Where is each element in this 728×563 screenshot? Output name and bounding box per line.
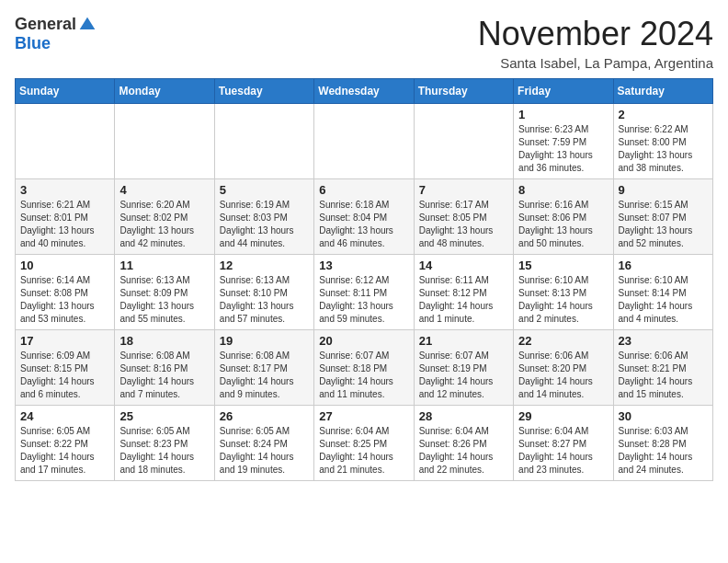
day-number: 22 [518, 334, 608, 348]
logo: General Blue [15, 15, 97, 53]
logo-general-text: General [15, 15, 76, 34]
logo-blue-text: Blue [15, 34, 51, 52]
calendar-cell: 19Sunrise: 6:08 AM Sunset: 8:17 PM Dayli… [214, 330, 313, 406]
day-number: 9 [619, 183, 708, 197]
day-number: 25 [119, 409, 209, 423]
day-number: 11 [119, 259, 209, 272]
calendar-header-saturday: Saturday [613, 79, 712, 104]
day-number: 29 [518, 409, 608, 423]
day-number: 6 [319, 183, 408, 197]
calendar-week-row: 10Sunrise: 6:14 AM Sunset: 8:08 PM Dayli… [16, 255, 713, 330]
day-info: Sunrise: 6:07 AM Sunset: 8:19 PM Dayligh… [419, 350, 508, 401]
day-number: 28 [419, 409, 508, 423]
calendar-cell [115, 104, 214, 179]
day-info: Sunrise: 6:10 AM Sunset: 8:14 PM Dayligh… [619, 274, 708, 326]
day-info: Sunrise: 6:14 AM Sunset: 8:08 PM Dayligh… [20, 274, 109, 326]
day-info: Sunrise: 6:06 AM Sunset: 8:20 PM Dayligh… [518, 350, 608, 401]
calendar-cell: 29Sunrise: 6:04 AM Sunset: 8:27 PM Dayli… [514, 406, 613, 481]
calendar-cell: 18Sunrise: 6:08 AM Sunset: 8:16 PM Dayli… [115, 330, 214, 406]
title-block: November 2024 Santa Isabel, La Pampa, Ar… [478, 15, 713, 71]
calendar-cell: 3Sunrise: 6:21 AM Sunset: 8:01 PM Daylig… [16, 179, 115, 255]
calendar-cell: 17Sunrise: 6:09 AM Sunset: 8:15 PM Dayli… [16, 330, 115, 406]
day-info: Sunrise: 6:12 AM Sunset: 8:11 PM Dayligh… [319, 274, 408, 326]
calendar-cell [314, 104, 414, 179]
day-number: 2 [619, 108, 708, 121]
day-info: Sunrise: 6:18 AM Sunset: 8:04 PM Dayligh… [319, 199, 408, 250]
calendar-week-row: 17Sunrise: 6:09 AM Sunset: 8:15 PM Dayli… [16, 330, 713, 406]
day-number: 23 [619, 334, 708, 348]
calendar-week-row: 3Sunrise: 6:21 AM Sunset: 8:01 PM Daylig… [16, 179, 713, 255]
day-info: Sunrise: 6:13 AM Sunset: 8:10 PM Dayligh… [220, 274, 309, 326]
day-info: Sunrise: 6:15 AM Sunset: 8:07 PM Dayligh… [619, 199, 708, 250]
calendar-cell: 10Sunrise: 6:14 AM Sunset: 8:08 PM Dayli… [16, 255, 115, 330]
calendar-cell: 24Sunrise: 6:05 AM Sunset: 8:22 PM Dayli… [16, 406, 115, 481]
calendar-header-sunday: Sunday [16, 79, 115, 104]
calendar-header-friday: Friday [514, 79, 613, 104]
calendar-cell: 13Sunrise: 6:12 AM Sunset: 8:11 PM Dayli… [314, 255, 414, 330]
day-number: 5 [220, 183, 309, 197]
calendar-table: SundayMondayTuesdayWednesdayThursdayFrid… [15, 78, 713, 481]
location-subtitle: Santa Isabel, La Pampa, Argentina [478, 55, 713, 71]
day-info: Sunrise: 6:05 AM Sunset: 8:23 PM Dayligh… [119, 425, 209, 477]
day-number: 20 [319, 334, 408, 348]
day-number: 15 [518, 259, 608, 272]
day-info: Sunrise: 6:20 AM Sunset: 8:02 PM Dayligh… [119, 199, 209, 250]
calendar-week-row: 24Sunrise: 6:05 AM Sunset: 8:22 PM Dayli… [16, 406, 713, 481]
day-info: Sunrise: 6:05 AM Sunset: 8:24 PM Dayligh… [220, 425, 309, 477]
day-number: 14 [419, 259, 508, 272]
day-info: Sunrise: 6:21 AM Sunset: 8:01 PM Dayligh… [20, 199, 109, 250]
calendar-cell [16, 104, 115, 179]
svg-marker-0 [80, 17, 96, 29]
calendar-cell: 15Sunrise: 6:10 AM Sunset: 8:13 PM Dayli… [514, 255, 613, 330]
calendar-week-row: 1Sunrise: 6:23 AM Sunset: 7:59 PM Daylig… [16, 104, 713, 179]
calendar-header-row: SundayMondayTuesdayWednesdayThursdayFrid… [16, 79, 713, 104]
day-info: Sunrise: 6:05 AM Sunset: 8:22 PM Dayligh… [20, 425, 109, 477]
calendar-cell: 5Sunrise: 6:19 AM Sunset: 8:03 PM Daylig… [214, 179, 313, 255]
day-number: 12 [220, 259, 309, 272]
calendar-cell: 8Sunrise: 6:16 AM Sunset: 8:06 PM Daylig… [514, 179, 613, 255]
day-number: 19 [220, 334, 309, 348]
calendar-cell: 12Sunrise: 6:13 AM Sunset: 8:10 PM Dayli… [214, 255, 313, 330]
day-number: 1 [518, 108, 608, 121]
day-number: 26 [220, 409, 309, 423]
calendar-cell: 9Sunrise: 6:15 AM Sunset: 8:07 PM Daylig… [613, 179, 712, 255]
page-header: General Blue November 2024 Santa Isabel,… [15, 15, 713, 71]
logo-icon [78, 16, 97, 34]
calendar-header-monday: Monday [115, 79, 214, 104]
day-info: Sunrise: 6:04 AM Sunset: 8:25 PM Dayligh… [319, 425, 408, 477]
calendar-cell: 6Sunrise: 6:18 AM Sunset: 8:04 PM Daylig… [314, 179, 414, 255]
calendar-cell: 1Sunrise: 6:23 AM Sunset: 7:59 PM Daylig… [514, 104, 613, 179]
day-number: 27 [319, 409, 408, 423]
calendar-header-wednesday: Wednesday [314, 79, 414, 104]
calendar-cell: 2Sunrise: 6:22 AM Sunset: 8:00 PM Daylig… [613, 104, 712, 179]
calendar-cell: 4Sunrise: 6:20 AM Sunset: 8:02 PM Daylig… [115, 179, 214, 255]
day-info: Sunrise: 6:19 AM Sunset: 8:03 PM Dayligh… [220, 199, 309, 250]
day-number: 10 [20, 259, 109, 272]
day-info: Sunrise: 6:09 AM Sunset: 8:15 PM Dayligh… [20, 350, 109, 401]
calendar-cell: 22Sunrise: 6:06 AM Sunset: 8:20 PM Dayli… [514, 330, 613, 406]
day-info: Sunrise: 6:17 AM Sunset: 8:05 PM Dayligh… [419, 199, 508, 250]
calendar-cell: 7Sunrise: 6:17 AM Sunset: 8:05 PM Daylig… [414, 179, 513, 255]
calendar-cell: 27Sunrise: 6:04 AM Sunset: 8:25 PM Dayli… [314, 406, 414, 481]
day-number: 16 [619, 259, 708, 272]
calendar-cell: 20Sunrise: 6:07 AM Sunset: 8:18 PM Dayli… [314, 330, 414, 406]
day-info: Sunrise: 6:04 AM Sunset: 8:27 PM Dayligh… [518, 425, 608, 477]
calendar-cell: 16Sunrise: 6:10 AM Sunset: 8:14 PM Dayli… [613, 255, 712, 330]
day-info: Sunrise: 6:10 AM Sunset: 8:13 PM Dayligh… [518, 274, 608, 326]
day-info: Sunrise: 6:06 AM Sunset: 8:21 PM Dayligh… [619, 350, 708, 401]
day-number: 7 [419, 183, 508, 197]
calendar-cell: 21Sunrise: 6:07 AM Sunset: 8:19 PM Dayli… [414, 330, 513, 406]
day-number: 24 [20, 409, 109, 423]
day-number: 17 [20, 334, 109, 348]
calendar-cell: 25Sunrise: 6:05 AM Sunset: 8:23 PM Dayli… [115, 406, 214, 481]
day-number: 13 [319, 259, 408, 272]
day-number: 18 [119, 334, 209, 348]
calendar-cell [414, 104, 513, 179]
day-number: 21 [419, 334, 508, 348]
day-number: 4 [119, 183, 209, 197]
day-number: 8 [518, 183, 608, 197]
day-info: Sunrise: 6:08 AM Sunset: 8:17 PM Dayligh… [220, 350, 309, 401]
day-info: Sunrise: 6:13 AM Sunset: 8:09 PM Dayligh… [119, 274, 209, 326]
calendar-cell: 30Sunrise: 6:03 AM Sunset: 8:28 PM Dayli… [613, 406, 712, 481]
day-info: Sunrise: 6:08 AM Sunset: 8:16 PM Dayligh… [119, 350, 209, 401]
